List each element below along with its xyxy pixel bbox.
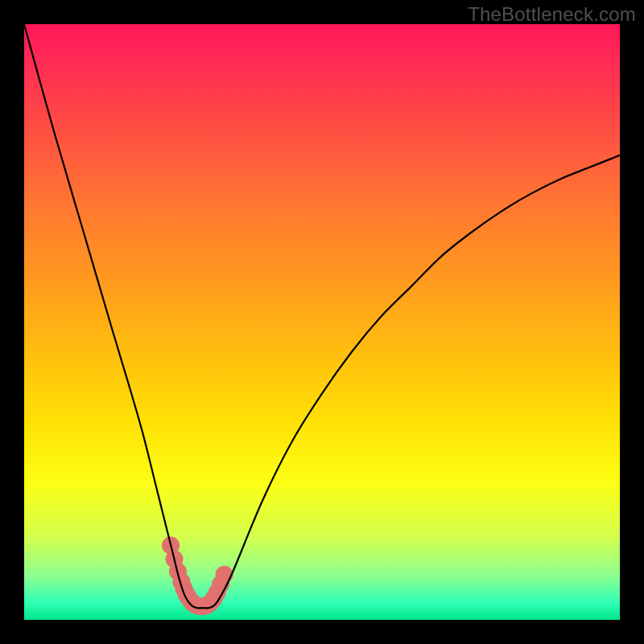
gradient-background [24, 24, 620, 620]
plot-area [24, 24, 620, 620]
svg-point-16 [216, 566, 233, 584]
chart-frame: TheBottleneck.com [0, 0, 644, 644]
watermark-label: TheBottleneck.com [468, 3, 636, 26]
chart-svg [24, 24, 620, 620]
